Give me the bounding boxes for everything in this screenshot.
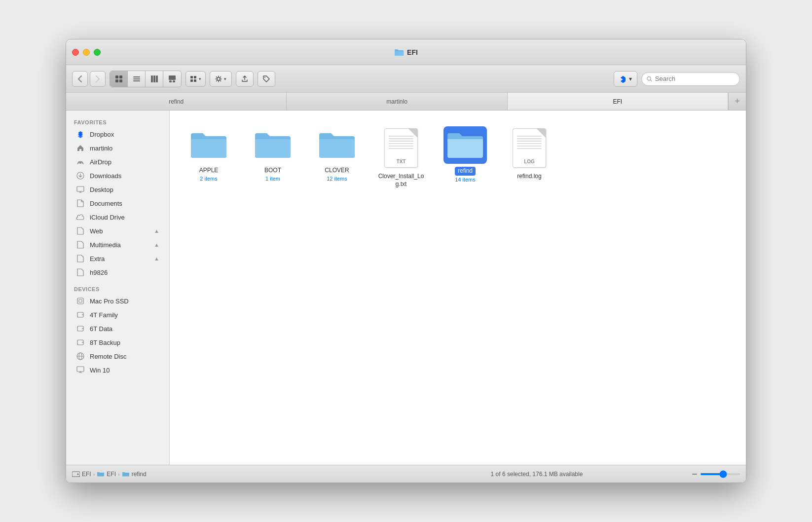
svg-rect-7 [151, 75, 153, 82]
refind-folder-icon [443, 126, 487, 164]
action-chevron: ▾ [224, 76, 226, 81]
file-item-refind[interactable]: refind 14 items [438, 122, 492, 192]
svg-point-18 [264, 77, 265, 78]
path-tabs: refind martinlo EFI + [66, 93, 746, 111]
sidebar-item-macpro[interactable]: Mac Pro SSD [68, 294, 167, 308]
tag-button[interactable] [258, 71, 275, 87]
sidebar-item-6t[interactable]: 6T Data [68, 322, 167, 336]
status-text: 1 of 6 selected, 176.1 MB available [382, 471, 692, 478]
breadcrumb-refind[interactable]: refind [122, 471, 147, 478]
view-icon-button[interactable] [110, 71, 128, 87]
sidebar-item-martinlo[interactable]: martinlo [68, 141, 167, 155]
macpro-icon [76, 297, 85, 305]
file-item-clover[interactable]: CLOVER 12 items [310, 122, 364, 192]
svg-rect-11 [169, 80, 172, 82]
traffic-lights [72, 49, 101, 56]
maximize-button[interactable] [94, 49, 101, 56]
svg-line-25 [651, 80, 652, 81]
breadcrumb-refind-name: refind [132, 471, 147, 478]
breadcrumb-sep-2: › [118, 471, 120, 477]
sidebar-item-multimedia[interactable]: Multimedia ▲ [68, 238, 167, 252]
tab-efi[interactable]: EFI [508, 93, 728, 110]
4t-icon [76, 310, 85, 319]
svg-marker-22 [621, 79, 623, 83]
titlebar: EFI [66, 39, 746, 65]
downloads-icon [76, 171, 85, 180]
sidebar-item-win10[interactable]: Win 10 [68, 363, 167, 377]
sidebar-item-dropbox[interactable]: Dropbox [68, 127, 167, 141]
breadcrumb-efi-folder[interactable]: EFI [97, 471, 116, 478]
svg-rect-10 [169, 75, 176, 80]
search-box[interactable] [641, 72, 740, 86]
web-eject[interactable]: ▲ [154, 228, 159, 234]
svg-rect-2 [115, 79, 118, 82]
search-input[interactable] [655, 75, 735, 82]
zoom-out-icon [692, 471, 698, 477]
svg-rect-34 [79, 299, 82, 302]
sidebar-item-extra[interactable]: Extra ▲ [68, 252, 167, 265]
sidebar-item-web[interactable]: Web ▲ [68, 224, 167, 238]
sidebar-item-desktop[interactable]: Desktop [68, 183, 167, 196]
sidebar-item-airdrop[interactable]: AirDrop [68, 155, 167, 169]
tab-refind[interactable]: refind [66, 93, 287, 110]
tag-icon [263, 75, 270, 82]
main-content: Favorites Dropbox [66, 111, 746, 465]
apple-folder-icon [187, 126, 230, 164]
sidebar-item-8t[interactable]: 8T Backup [68, 336, 167, 349]
sidebar-h9826-label: h9826 [90, 269, 108, 276]
extra-eject[interactable]: ▲ [154, 256, 159, 261]
clover-count: 12 items [327, 176, 347, 182]
multimedia-icon [76, 240, 85, 249]
sidebar-martinlo-label: martinlo [90, 145, 112, 152]
tab-martinlo[interactable]: martinlo [287, 93, 507, 110]
sidebar-item-icloud[interactable]: iCloud Drive [68, 210, 167, 224]
sidebar-item-downloads[interactable]: Downloads [68, 169, 167, 183]
breadcrumb-drive[interactable]: EFI [72, 471, 91, 478]
add-tab-button[interactable]: + [728, 93, 746, 110]
boot-folder-icon [251, 126, 295, 164]
svg-rect-6 [133, 80, 140, 81]
devices-label: Devices [66, 283, 169, 294]
file-item-boot[interactable]: BOOT 1 item [246, 122, 300, 192]
airdrop-icon [76, 157, 85, 166]
minimize-button[interactable] [83, 49, 90, 56]
file-item-log[interactable]: LOG refind.log [502, 122, 556, 192]
sidebar-airdrop-label: AirDrop [90, 158, 111, 166]
multimedia-eject[interactable]: ▲ [154, 242, 159, 248]
boot-count: 1 item [265, 176, 280, 182]
file-item-txt[interactable]: TXT Clover_Install_Log.txt [374, 122, 428, 192]
close-button[interactable] [72, 49, 79, 56]
svg-rect-33 [77, 298, 83, 304]
sidebar-4t-label: 4T Family [90, 311, 118, 319]
svg-rect-32 [77, 186, 84, 191]
share-button[interactable] [236, 71, 254, 87]
arrange-button[interactable]: ▾ [185, 71, 206, 87]
view-list-button[interactable] [128, 71, 146, 87]
zoom-slider[interactable] [701, 473, 740, 475]
view-buttons [110, 71, 182, 87]
sidebar-item-documents[interactable]: Documents [68, 196, 167, 210]
breadcrumb-efi-name: EFI [107, 471, 116, 478]
forward-button[interactable] [90, 71, 106, 87]
dropbox-button[interactable]: ▾ [614, 71, 637, 87]
svg-rect-14 [194, 76, 196, 78]
dropbox-label: ▾ [629, 75, 632, 82]
window-title-area: EFI [394, 48, 418, 56]
svg-point-24 [647, 76, 651, 80]
view-column-button[interactable] [146, 71, 163, 87]
sidebar-item-remote[interactable]: Remote Disc [68, 349, 167, 363]
toolbar: ▾ ▾ [66, 65, 746, 93]
view-cover-button[interactable] [163, 71, 181, 87]
refind-count: 14 items [455, 177, 476, 183]
action-button[interactable]: ▾ [210, 71, 232, 87]
sidebar-item-h9826[interactable]: h9826 [68, 265, 167, 279]
svg-rect-44 [77, 367, 84, 372]
svg-rect-1 [119, 75, 122, 78]
sidebar-item-4t[interactable]: 4T Family [68, 308, 167, 322]
back-button[interactable] [72, 71, 88, 87]
file-item-apple[interactable]: APPLE 2 items [182, 122, 236, 192]
svg-point-36 [82, 314, 83, 315]
svg-point-17 [217, 77, 220, 80]
home-icon [76, 144, 85, 152]
slider-area [692, 471, 740, 477]
